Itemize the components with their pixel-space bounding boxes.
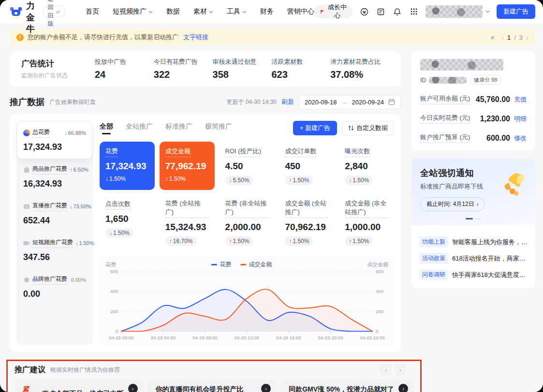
apps-grid-button[interactable]	[409, 5, 419, 18]
trend-down-icon: ↓	[75, 240, 78, 246]
svg-text:04-29 04:00: 04-29 04:00	[151, 335, 176, 340]
nav-item-materials[interactable]: 素材	[193, 7, 213, 16]
date-range-picker[interactable]: 2020-09-18 → 2020-09-24	[299, 95, 401, 109]
custom-data-button[interactable]: 自定义数据	[342, 121, 394, 135]
metric-card-spend-nonfullsite[interactable]: 花费 (非全站推广) 2,000.00 ↑1.50%	[220, 196, 275, 251]
bell-icon	[393, 8, 401, 16]
suggestions-next-button[interactable]: ›	[395, 364, 406, 375]
trend-up-icon: ↑	[169, 238, 172, 245]
metric-card-gmv-nonfullsite[interactable]: 成交金额 (非全站推广) 1,000.00 ↑1.50%	[339, 196, 394, 251]
rail-item-short-video-promo-spend[interactable]: 短视频推广花费 ↓1.50% 347.56	[17, 232, 92, 269]
legend-spend[interactable]: 花费	[211, 261, 232, 269]
open-suggestion-icon[interactable]: ›	[261, 384, 271, 392]
deadline-button[interactable]: 截止时间: 4月12日 ›	[420, 197, 485, 211]
live-icon	[23, 203, 30, 210]
metric-card-gmv[interactable]: 成交金额 77,962.19 ↑1.50%	[160, 142, 215, 190]
news-item-feature[interactable]: 功能上新 智能客服上线为你服务，点击查看详情	[419, 236, 528, 247]
modify-link[interactable]: 修改	[514, 134, 527, 143]
promo-type-tabs: 全部 全站推广 标准推广 极简推广 + 新建广告 自定义数据	[100, 121, 394, 135]
rail-item-live-promo-spend[interactable]: 直播推广花费 ↓73.50% 652.44	[17, 195, 92, 232]
trend-down-icon: ↓	[229, 177, 232, 184]
date-start: 2020-09-18	[305, 99, 337, 106]
notifications-button[interactable]	[393, 5, 402, 18]
metric-card-roi[interactable]: ROI (投产比) 4.50 ↓5.50%	[220, 142, 275, 190]
pie-chart-icon	[23, 130, 30, 136]
open-suggestion-icon[interactable]: ›	[398, 384, 408, 392]
tab-full-site-promo[interactable]: 全站推广	[126, 122, 153, 134]
ad-stats-subtitle: 监测你的广告状态	[21, 72, 95, 80]
full-site-notice-card: 全站强切通知 标准推广商品即将下线 截止时间: 4月12日 ›	[411, 159, 535, 288]
warning-icon: !	[16, 34, 24, 41]
account-switcher[interactable]	[426, 5, 490, 18]
svg-text:04-29 00:00: 04-29 00:00	[109, 335, 133, 340]
date-arrow: →	[341, 99, 348, 106]
metric-card-spend[interactable]: 花费 17,324.93 ↓1.50%	[100, 142, 155, 190]
carousel-dot-active[interactable]	[466, 218, 473, 219]
coin-balance-button[interactable]	[359, 5, 369, 18]
rail-item-total-spend[interactable]: 总花费 ↓66.88% 17,324.93	[17, 122, 92, 159]
product-icon	[23, 166, 30, 173]
banner-page-current: 1	[507, 34, 511, 41]
metric-cards-row1: 花费 17,324.93 ↓1.50% 成交金额 77,962.19 ↑1.50…	[100, 142, 394, 190]
rail-item-brand-promo-spend[interactable]: 品牌推广花费 0.00% 0.00	[17, 269, 92, 305]
metric-card-orders[interactable]: 成交订单数 450 ↑1.50%	[279, 142, 334, 190]
tab-all[interactable]: 全部	[100, 122, 113, 134]
svg-text:0: 0	[376, 329, 378, 334]
banner-prev-icon[interactable]: ‹	[501, 33, 504, 42]
detail-link[interactable]: 明细	[514, 115, 527, 123]
banner-text-link[interactable]: 文字链接	[183, 33, 208, 42]
metric-card-gmv-fullsite[interactable]: 成交金额 (全站推广) 70,962.19 ↑1.50%	[279, 196, 334, 251]
svg-text:400: 400	[376, 289, 383, 294]
svg-text:600: 600	[376, 269, 383, 274]
news-item-survey[interactable]: 问卷调研 快手商家618大促满意度调研	[419, 269, 528, 280]
growth-center-button[interactable]: 成长中心	[314, 5, 352, 18]
tab-simple-promo[interactable]: 极简推广	[205, 122, 232, 134]
banner-page-separator: /	[514, 34, 516, 41]
back-to-old-version-label: 返回旧版	[48, 0, 54, 28]
close-icon[interactable]: ×	[490, 33, 495, 42]
svg-text:04-29 16:00: 04-29 16:00	[276, 335, 301, 340]
budget-row: 账户推广预算 (元) 600.00 修改	[420, 133, 527, 143]
carousel-dot[interactable]	[475, 218, 481, 219]
report-button[interactable]	[376, 5, 385, 18]
metric-rail: 总花费 ↓66.88% 17,324.93 商品推广花费 ↑6.50% 16,3…	[16, 121, 93, 345]
metric-card-impressions[interactable]: 曝光次数 2,840 ↓1.50%	[339, 142, 394, 190]
video-icon	[23, 240, 30, 247]
open-suggestion-icon[interactable]: ›	[128, 384, 138, 392]
trend-down-icon: ↓	[64, 130, 67, 136]
nav-item-marketing-center[interactable]: 营销中心	[287, 7, 314, 16]
trend-chart: 花费 花费 成交金额 成交金额 0020020040040060060004-2…	[100, 256, 394, 345]
nav-item-tools[interactable]: 工具	[227, 7, 247, 16]
suggestion-card-potential-product[interactable]: › 同款GMV涨 50%，投潜力品就对了 窄版阔腿裤女2025年春夏季节新款高腰…	[281, 379, 413, 392]
suggestions-prev-button[interactable]: ‹	[381, 364, 391, 375]
nav-item-data[interactable]: 数据	[166, 7, 180, 16]
news-item-policy[interactable]: 活动政策 618活动报名开始，商家注意活动政...	[419, 253, 528, 264]
nav-item-finance[interactable]: 财务	[260, 7, 274, 16]
create-ad-button[interactable]: 新建广告	[497, 4, 535, 19]
coin-icon	[360, 8, 368, 16]
metric-card-clicks[interactable]: 点击次数 1,650 ↓1.50%	[100, 196, 155, 251]
banner-controls: × ‹ 1 / 3 ›	[490, 33, 528, 42]
tab-standard-promo[interactable]: 标准推广	[165, 122, 192, 134]
stat-rejected-creatives: 审核未通过创意 358	[213, 58, 272, 80]
new-ad-button[interactable]: + 新建广告	[293, 121, 337, 135]
legend-gmv[interactable]: 成交金额	[240, 261, 272, 269]
notice-carousel-dots	[420, 218, 527, 219]
metric-card-spend-fullsite[interactable]: 花费 (全站推广) 15,324.93 ↑16.70%	[160, 196, 215, 251]
rail-item-product-promo-spend[interactable]: 商品推广花费 ↑6.50% 16,324.93	[17, 159, 92, 195]
chevron-down-icon	[148, 11, 153, 14]
nav-item-short-video-promo[interactable]: 短视频推广	[113, 7, 153, 16]
suggestion-card-balance[interactable]: › 紧急 账户余额不足，推广已中断 检测到你的账户余额为 0 元，为保障推广顺利…	[15, 379, 143, 392]
main-nav: 首页 短视频推广 数据 素材 工具 财务 营销中心	[86, 7, 314, 16]
news-list: 功能上新 智能客服上线为你服务，点击查看详情 活动政策 618活动报名开始，商家…	[411, 225, 535, 288]
recharge-link[interactable]: 充值	[514, 95, 527, 104]
user-name-blurred	[426, 5, 483, 18]
account-name-blurred	[420, 59, 503, 71]
refresh-link[interactable]: 刷新	[281, 98, 294, 106]
banner-next-icon[interactable]: ›	[526, 33, 528, 42]
stat-active-materials: 活跃素材数 623	[271, 58, 330, 80]
suggestion-card-live-roi[interactable]: › 你的直播间有机会提升投产比 88%同类直播间使用「全站推广」后，成本达成率上…	[148, 379, 277, 392]
nav-item-home[interactable]: 首页	[86, 7, 99, 16]
notice-banner[interactable]: 全站强切通知 标准推广商品即将下线 截止时间: 4月12日 ›	[411, 159, 535, 225]
back-to-old-version-button[interactable]: 返回旧版 ⇄	[43, 6, 65, 17]
